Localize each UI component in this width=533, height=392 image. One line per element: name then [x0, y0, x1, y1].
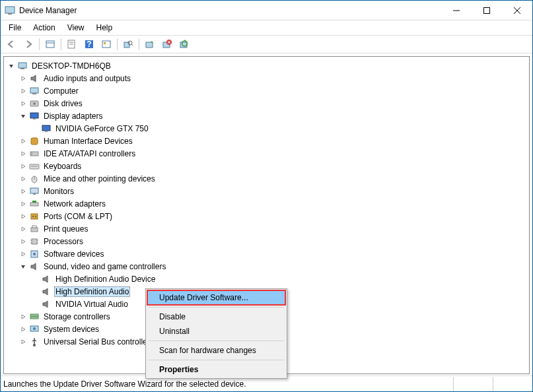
toolbar-scan[interactable] — [176, 37, 192, 51]
tree-item-label: Ports (COM & LPT) — [42, 211, 114, 222]
svg-rect-0 — [5, 7, 15, 13]
tree-row[interactable]: Sound, video and game controllers — [5, 260, 528, 273]
tree-item-label: Display adapters — [42, 111, 104, 121]
speaker-icon — [29, 261, 40, 272]
toolbar-find[interactable] — [120, 37, 136, 51]
tree-item-label: NVIDIA Virtual Audio — [54, 299, 129, 310]
close-button[interactable] — [502, 1, 532, 20]
tree-row[interactable]: Network adapters — [5, 197, 528, 210]
tree-row[interactable]: Processors — [5, 235, 528, 247]
tree-item-label: Storage controllers — [42, 311, 112, 322]
mouse-icon — [29, 174, 40, 184]
svg-line-17 — [131, 44, 133, 46]
tree-row[interactable]: Computer — [5, 84, 528, 97]
expand-icon[interactable] — [20, 201, 29, 207]
network-icon — [29, 199, 40, 209]
ctx-separator — [149, 360, 284, 360]
tree-row[interactable]: Keyboards — [5, 160, 528, 172]
svg-rect-31 — [33, 118, 36, 119]
context-menu: Update Driver Software... Disable Uninst… — [145, 288, 287, 379]
tree-item-label: DESKTOP-TMDH6QB — [30, 61, 112, 71]
toolbar-uninstall[interactable] — [159, 37, 175, 51]
svg-rect-42 — [33, 193, 36, 195]
tree-item-label: High Definition Audio Device — [54, 274, 157, 284]
svg-point-56 — [33, 253, 36, 255]
toolbar-separator — [39, 38, 40, 50]
svg-point-61 — [33, 344, 36, 346]
tree-row[interactable]: Disk drives — [5, 97, 528, 110]
tree-row[interactable]: Ports (COM & LPT) — [5, 210, 528, 222]
expand-icon[interactable] — [20, 150, 29, 157]
expand-icon[interactable] — [20, 313, 29, 320]
expand-icon[interactable] — [20, 138, 29, 145]
svg-rect-14 — [104, 42, 106, 44]
expand-icon[interactable] — [20, 238, 29, 245]
expand-icon[interactable] — [20, 226, 29, 232]
expand-icon[interactable] — [20, 339, 29, 345]
menu-file[interactable]: File — [3, 22, 26, 34]
toolbar-show-hidden[interactable] — [42, 37, 58, 51]
svg-rect-32 — [42, 125, 50, 131]
tree-item-label: Processors — [42, 236, 85, 247]
svg-rect-25 — [20, 68, 24, 69]
svg-rect-30 — [30, 113, 38, 118]
expand-icon[interactable] — [20, 326, 29, 333]
tree-row[interactable]: Software devices — [5, 247, 528, 260]
ctx-properties[interactable]: Properties — [147, 362, 285, 377]
ctx-separator — [149, 341, 284, 341]
cpu-icon — [29, 236, 40, 247]
tree-row[interactable]: NVIDIA GeForce GTX 750 — [5, 122, 528, 135]
statusbar-pane — [453, 377, 493, 391]
tree-row[interactable]: Print queues — [5, 222, 528, 235]
expand-icon[interactable] — [20, 163, 29, 170]
expand-icon[interactable] — [20, 188, 29, 195]
toolbar-update-driver[interactable] — [142, 37, 158, 51]
ide-icon — [29, 148, 40, 159]
toolbar: ? — [1, 35, 532, 53]
tree-row[interactable]: High Definition Audio Device — [5, 273, 528, 285]
toolbar-separator — [61, 38, 61, 50]
tree-row[interactable]: Audio inputs and outputs — [5, 72, 528, 84]
ctx-separator — [149, 307, 284, 308]
status-text: Launches the Update Driver Software Wiza… — [3, 379, 246, 389]
disk-icon — [29, 98, 40, 109]
tree-row[interactable]: IDE ATA/ATAPI controllers — [5, 147, 528, 160]
tree-row[interactable]: Human Interface Devices — [5, 135, 528, 147]
menu-help[interactable]: Help — [91, 22, 118, 34]
statusbar-pane — [493, 377, 532, 391]
tree-item-label: Keyboards — [42, 161, 83, 172]
ctx-uninstall[interactable]: Uninstall — [147, 324, 285, 339]
toolbar-forward[interactable] — [20, 37, 36, 51]
tree-item-label: Network adapters — [42, 199, 107, 209]
expand-icon[interactable] — [20, 251, 29, 257]
collapse-icon[interactable] — [8, 63, 17, 69]
minimize-button[interactable] — [441, 1, 472, 20]
ctx-scan[interactable]: Scan for hardware changes — [147, 343, 285, 358]
maximize-button[interactable] — [472, 1, 502, 20]
expand-icon[interactable] — [20, 176, 29, 182]
expand-icon[interactable] — [20, 88, 29, 94]
toolbar-refresh[interactable] — [98, 37, 114, 51]
menu-view[interactable]: View — [62, 22, 90, 34]
ctx-disable[interactable]: Disable — [147, 310, 285, 324]
toolbar-properties[interactable] — [64, 37, 80, 51]
toolbar-help[interactable]: ? — [81, 37, 97, 51]
speaker-icon — [41, 299, 52, 310]
collapse-icon[interactable] — [20, 113, 29, 119]
expand-icon[interactable] — [20, 100, 29, 107]
tree-row[interactable]: DESKTOP-TMDH6QB — [5, 59, 528, 72]
toolbar-separator — [139, 38, 139, 50]
tree-row[interactable]: Display adapters — [5, 110, 528, 122]
tree-row[interactable]: Mice and other pointing devices — [5, 172, 528, 185]
tree-item-label: High Definition Audio — [54, 286, 130, 297]
collapse-icon[interactable] — [20, 263, 29, 270]
storage-icon — [29, 311, 40, 322]
svg-rect-50 — [32, 239, 37, 244]
expand-icon[interactable] — [20, 75, 29, 82]
toolbar-back[interactable] — [3, 37, 19, 51]
tree-row[interactable]: Monitors — [5, 185, 528, 197]
port-icon — [29, 211, 40, 222]
menu-action[interactable]: Action — [28, 22, 60, 34]
ctx-update-driver[interactable]: Update Driver Software... — [147, 290, 285, 305]
expand-icon[interactable] — [20, 213, 29, 220]
